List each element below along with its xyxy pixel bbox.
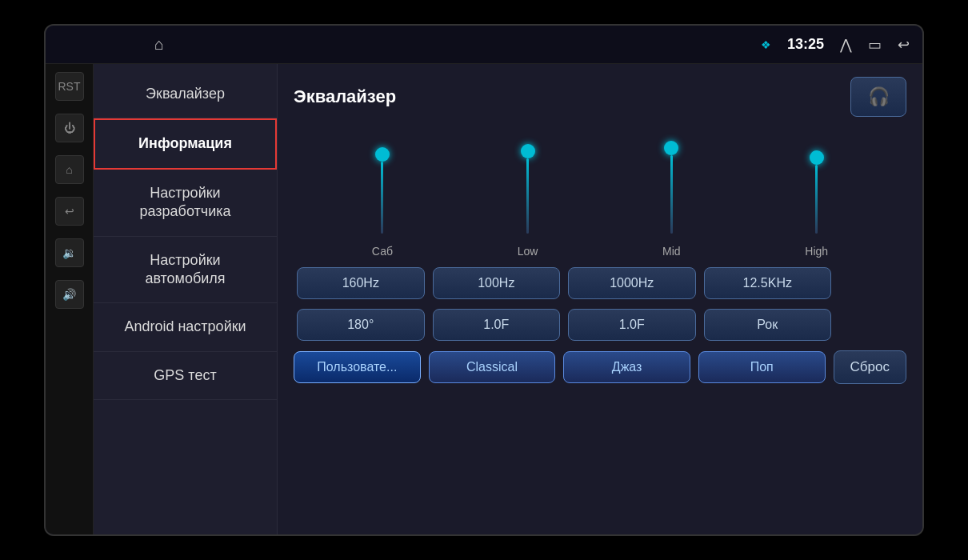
- nav-item-equalizer[interactable]: Эквалайзер: [94, 70, 277, 118]
- equalizer-panel: Эквалайзер 🎧 Саб: [278, 64, 922, 534]
- preset-btn-classical[interactable]: Classical: [429, 351, 556, 383]
- signal-icon: ❖: [761, 38, 771, 51]
- rst-button[interactable]: RST: [55, 72, 84, 101]
- nav-item-information[interactable]: Информация: [94, 118, 277, 169]
- preset-btn-jazz[interactable]: Джаз: [563, 351, 690, 383]
- freq-buttons-row: 160Hz 100Hz 1000Hz 12.5KHz: [294, 267, 906, 299]
- vol-up-button[interactable]: 🔊: [55, 280, 84, 309]
- slider-low: Low: [518, 130, 538, 258]
- preset-btn-pop[interactable]: Поп: [698, 351, 826, 383]
- window-icon[interactable]: ▭: [868, 36, 882, 54]
- freq-btn-100hz[interactable]: 100Hz: [433, 267, 561, 299]
- power-button[interactable]: ⏻: [55, 114, 84, 142]
- nav-item-android[interactable]: Android настройки: [94, 303, 277, 351]
- nav-item-gps[interactable]: GPS тест: [94, 352, 277, 400]
- content-header: Эквалайзер 🎧: [294, 77, 906, 117]
- vol-down-button[interactable]: 🔉: [55, 238, 84, 267]
- main-screen: ⌂ ❖ 13:25 ⋀ ▭ ↩ RST ⏻ ⌂ ↩ 🔉 🔊 Эквалайзер…: [44, 24, 924, 536]
- freq-btn-125khz[interactable]: 12.5KHz: [704, 267, 832, 299]
- phase-btn-rok[interactable]: Рок: [704, 309, 832, 341]
- clock-display: 13:25: [787, 36, 824, 53]
- eq-sliders: Саб Low Mid: [294, 130, 906, 258]
- nav-menu: Эквалайзер Информация Настройки разработ…: [94, 64, 278, 534]
- slider-low-label: Low: [518, 245, 538, 258]
- speaker-icon: 🎧: [868, 86, 890, 107]
- eq-speaker-button[interactable]: 🎧: [850, 77, 906, 117]
- nav-item-car-settings[interactable]: Настройки автомобиля: [94, 237, 277, 304]
- home-side-button[interactable]: ⌂: [55, 155, 84, 184]
- slider-sub: Саб: [372, 130, 393, 258]
- page-title: Эквалайзер: [294, 86, 396, 107]
- back-icon[interactable]: ↩: [898, 36, 910, 54]
- reset-button[interactable]: Сброс: [834, 350, 906, 384]
- phase-buttons-row: 180° 1.0F 1.0F Рок: [294, 309, 906, 341]
- phase-btn-180[interactable]: 180°: [297, 309, 425, 341]
- nav-item-developer[interactable]: Настройки разработчика: [94, 170, 277, 237]
- slider-sub-label: Саб: [372, 245, 393, 258]
- top-bar: ⌂ ❖ 13:25 ⋀ ▭ ↩: [46, 26, 922, 64]
- phase-btn-1f-2[interactable]: 1.0F: [568, 309, 696, 341]
- slider-mid-label: Mid: [662, 245, 681, 258]
- preset-btn-user[interactable]: Пользовате...: [294, 351, 421, 383]
- home-icon[interactable]: ⌂: [154, 35, 164, 54]
- arrow-up-icon[interactable]: ⋀: [840, 36, 852, 54]
- freq-btn-160hz[interactable]: 160Hz: [297, 267, 425, 299]
- physical-buttons: RST ⏻ ⌂ ↩ 🔉 🔊: [46, 64, 94, 534]
- back-side-button[interactable]: ↩: [55, 197, 84, 226]
- preset-row: Пользовате... Classical Джаз Поп Сброс: [294, 350, 906, 384]
- slider-high: High: [805, 130, 828, 258]
- phase-btn-1f-1[interactable]: 1.0F: [433, 309, 561, 341]
- main-content: RST ⏻ ⌂ ↩ 🔉 🔊 Эквалайзер Информация Наст…: [46, 64, 922, 534]
- freq-btn-1000hz[interactable]: 1000Hz: [568, 267, 696, 299]
- slider-mid: Mid: [662, 130, 681, 258]
- slider-high-label: High: [805, 245, 828, 258]
